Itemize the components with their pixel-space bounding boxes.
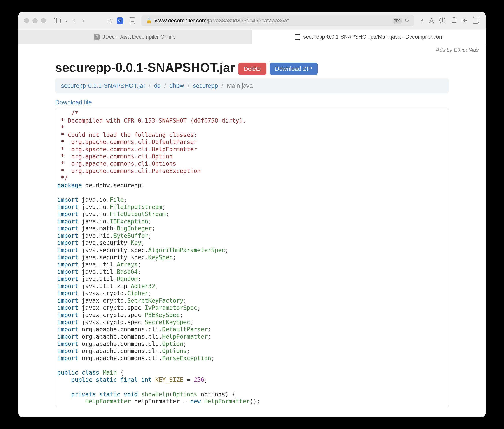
share-icon[interactable] (451, 17, 457, 25)
window-controls (24, 18, 46, 23)
page-content: Ads by EthicalAds securepp-0.0.1-SNAPSHO… (18, 44, 486, 417)
tab-favicon-icon: J (94, 34, 100, 40)
tab-label: securepp-0.0.1-SNAPSHOT.jar/Main.java - … (303, 34, 443, 40)
tab-label: JDec - Java Decompiler Online (102, 34, 176, 40)
nav-forward-button[interactable]: › (81, 16, 86, 25)
page-title: securepp-0.0.1-SNAPSHOT.jar (55, 60, 235, 75)
download-zip-button[interactable]: Download ZIP (270, 63, 318, 75)
minimize-window-button[interactable] (33, 18, 38, 23)
info-icon[interactable]: ⓘ (439, 16, 445, 25)
reload-icon[interactable]: ⟳ (405, 17, 409, 24)
chevron-down-icon[interactable]: ⌄ (65, 18, 68, 23)
page-header: securepp-0.0.1-SNAPSHOT.jar Delete Downl… (55, 60, 449, 75)
url-bar[interactable]: 🔒 www.decompiler.com/jar/a38a89d859dc495… (141, 15, 414, 27)
breadcrumb-item[interactable]: dhbw (169, 82, 184, 89)
breadcrumb-current: Main.java (227, 82, 253, 89)
close-window-button[interactable] (24, 18, 29, 23)
source-code-view: /* * Decompiled with CFR 0.153-SNAPSHOT … (55, 108, 449, 407)
sidebar-toggle-icon[interactable] (54, 18, 61, 23)
url-domain: www.decompiler.com (155, 18, 206, 24)
url-path: /jar/a38a89d859dc495cafaaa86af (206, 18, 289, 24)
new-tab-icon[interactable]: + (462, 16, 467, 25)
tab-overview-icon[interactable] (472, 18, 478, 24)
browser-toolbar: ⌄ ‹ › ☆ 🛡 🔒 www.decompiler.com/jar/a38a8… (18, 12, 486, 30)
tab-decompiler[interactable]: securepp-0.0.1-SNAPSHOT.jar/Main.java - … (252, 30, 486, 44)
nav-back-button[interactable]: ‹ (71, 16, 77, 25)
breadcrumb-sep: / (188, 82, 189, 89)
delete-button[interactable]: Delete (238, 63, 266, 75)
lock-icon: 🔒 (146, 18, 152, 23)
toolbar-right-icons: A A ⓘ + (421, 16, 480, 25)
tab-favicon-icon (294, 34, 301, 40)
breadcrumb-sep: / (164, 82, 166, 89)
breadcrumb-item[interactable]: securepp (193, 82, 218, 89)
breadcrumb-sep: / (221, 82, 223, 89)
font-decrease-icon[interactable]: A (421, 18, 424, 23)
font-increase-icon[interactable]: A (429, 17, 434, 24)
browser-window: ⌄ ‹ › ☆ 🛡 🔒 www.decompiler.com/jar/a38a8… (18, 12, 486, 417)
breadcrumb: securepp-0.0.1-SNAPSHOT.jar / de / dhbw … (55, 78, 449, 93)
maximize-window-button[interactable] (41, 18, 46, 23)
translate-icon[interactable]: 文A (393, 18, 402, 24)
breadcrumb-item[interactable]: securepp-0.0.1-SNAPSHOT.jar (61, 82, 145, 89)
bookmark-star-icon[interactable]: ☆ (107, 17, 113, 25)
breadcrumb-item[interactable]: de (154, 82, 161, 89)
ads-attribution[interactable]: Ads by EthicalAds (18, 44, 486, 53)
reader-mode-icon[interactable] (130, 17, 135, 24)
download-file-link[interactable]: Download file (55, 99, 92, 106)
password-manager-icon[interactable]: 🛡 (116, 17, 123, 24)
tab-jdec[interactable]: J JDec - Java Decompiler Online (18, 30, 252, 44)
tab-strip: J JDec - Java Decompiler Online securepp… (18, 30, 486, 44)
breadcrumb-sep: / (149, 82, 150, 89)
